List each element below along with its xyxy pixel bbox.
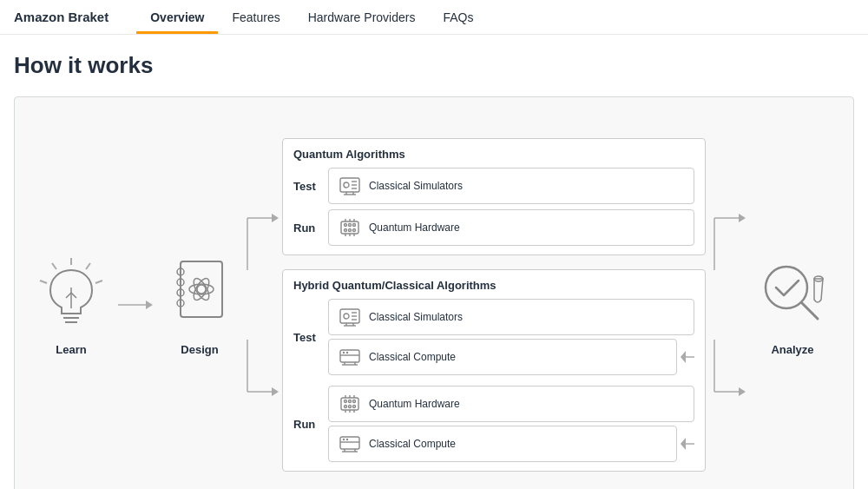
- svg-line-1: [86, 263, 90, 269]
- svg-marker-84: [681, 438, 686, 450]
- svg-point-79: [343, 439, 345, 440]
- hybrid-run-items: Quantum Hardware: [328, 386, 694, 462]
- svg-point-48: [344, 314, 349, 319]
- learn-label: Learn: [56, 343, 86, 356]
- svg-marker-91: [739, 387, 746, 396]
- nav-features[interactable]: Features: [218, 2, 293, 33]
- hybrid-rows: Test: [293, 299, 694, 462]
- svg-point-67: [353, 400, 356, 403]
- feedback-arrow-test: [681, 351, 694, 363]
- hybrid-classical-simulators-label: Classical Simulators: [369, 311, 463, 323]
- svg-marker-10: [146, 301, 153, 309]
- analyze-icon: [753, 254, 832, 333]
- svg-point-92: [766, 267, 807, 308]
- svg-point-17: [189, 284, 214, 294]
- design-step: Design: [161, 254, 239, 356]
- svg-line-93: [802, 303, 818, 319]
- qa-quantum-hardware: Quantum Hardware: [328, 209, 694, 246]
- hybrid-algorithms-box: Hybrid Quantum/Classical Algorithms Test: [282, 269, 706, 472]
- nav-overview[interactable]: Overview: [136, 2, 218, 33]
- analyze-label: Analyze: [771, 343, 813, 356]
- svg-point-39: [349, 229, 352, 232]
- hybrid-run-row: Run: [293, 386, 694, 462]
- nav-hardware-providers[interactable]: Hardware Providers: [294, 2, 430, 33]
- qa-run-label: Run: [293, 221, 319, 235]
- nav-links: Overview Features Hardware Providers FAQ…: [136, 2, 487, 33]
- hybrid-run-label: Run: [293, 418, 319, 431]
- hybrid-test-items: Classical Simulators: [328, 299, 694, 375]
- hybrid-test-row: Test: [293, 299, 694, 375]
- classical-compute-icon-2: [338, 432, 362, 456]
- svg-rect-11: [181, 261, 222, 317]
- hybrid-quantum-hw-icon: [338, 392, 362, 416]
- svg-line-4: [40, 281, 47, 283]
- nav-faqs[interactable]: FAQs: [429, 2, 487, 33]
- arrows-middle-analyze: [706, 118, 749, 489]
- hybrid-quantum-hardware-label: Quantum Hardware: [369, 398, 460, 410]
- qa-classical-simulators-label: Classical Simulators: [369, 180, 463, 192]
- svg-line-3: [52, 263, 56, 269]
- svg-point-38: [345, 229, 347, 232]
- arrows-design-middle: [239, 118, 282, 489]
- middle-section: Quantum Algorithms Test: [282, 138, 706, 472]
- hybrid-classical-sim-icon: [338, 305, 362, 329]
- svg-point-27: [344, 182, 349, 188]
- svg-point-70: [353, 406, 356, 408]
- svg-marker-62: [681, 351, 686, 363]
- quantum-algorithms-title: Quantum Algorithms: [293, 148, 694, 161]
- hybrid-classical-compute-run: Classical Compute: [328, 426, 677, 462]
- hybrid-classical-compute-test: Classical Compute: [328, 339, 677, 375]
- analyze-step: Analyze: [749, 254, 836, 356]
- feedback-arrow-run: [681, 438, 694, 450]
- hybrid-classical-compute-run-row: Classical Compute: [328, 426, 694, 462]
- hybrid-classical-compute-test-row: Classical Compute: [328, 339, 694, 375]
- design-icon: [165, 254, 234, 333]
- svg-marker-22: [272, 214, 279, 222]
- qa-run-row: Run: [293, 209, 694, 246]
- svg-point-58: [346, 352, 348, 354]
- top-nav: Amazon Braket Overview Features Hardware…: [0, 0, 868, 35]
- svg-point-35: [345, 224, 347, 227]
- qa-rows: Test: [293, 168, 694, 246]
- diagram-layout: Learn: [32, 118, 836, 489]
- svg-marker-25: [272, 387, 279, 396]
- svg-point-40: [353, 229, 356, 232]
- svg-point-37: [353, 224, 356, 227]
- classical-compute-icon-1: [338, 345, 362, 369]
- svg-point-36: [349, 224, 352, 227]
- hybrid-classical-compute-run-label: Classical Compute: [369, 438, 456, 450]
- svg-point-68: [345, 406, 347, 408]
- brand-name: Amazon Braket: [14, 10, 108, 24]
- classical-sim-icon: [338, 174, 362, 198]
- page-content: How it works: [0, 35, 868, 489]
- hybrid-classical-compute-test-label: Classical Compute: [369, 351, 456, 363]
- hybrid-classical-simulators: Classical Simulators: [328, 299, 694, 335]
- svg-point-69: [349, 406, 352, 408]
- design-label: Design: [181, 343, 218, 356]
- quantum-hw-icon: [338, 215, 362, 240]
- svg-line-2: [95, 281, 102, 283]
- learn-step: Learn: [32, 254, 110, 356]
- qa-classical-simulators: Classical Simulators: [328, 168, 694, 204]
- diagram-container: Learn: [14, 96, 854, 489]
- svg-point-66: [349, 400, 352, 403]
- svg-marker-88: [739, 214, 746, 222]
- svg-point-65: [345, 400, 347, 403]
- svg-point-57: [343, 352, 345, 354]
- learn-icon: [36, 254, 106, 333]
- svg-point-80: [346, 439, 348, 440]
- qa-quantum-hardware-label: Quantum Hardware: [369, 221, 460, 234]
- quantum-algorithms-box: Quantum Algorithms Test: [282, 138, 706, 255]
- hybrid-algorithms-title: Hybrid Quantum/Classical Algorithms: [293, 279, 694, 292]
- qa-test-label: Test: [293, 180, 319, 193]
- qa-test-row: Test: [293, 168, 694, 204]
- hybrid-test-label: Test: [293, 331, 319, 344]
- hybrid-quantum-hardware: Quantum Hardware: [328, 386, 694, 422]
- page-title: How it works: [14, 52, 854, 79]
- svg-point-16: [197, 285, 206, 294]
- arrow-learn-design: [114, 296, 157, 314]
